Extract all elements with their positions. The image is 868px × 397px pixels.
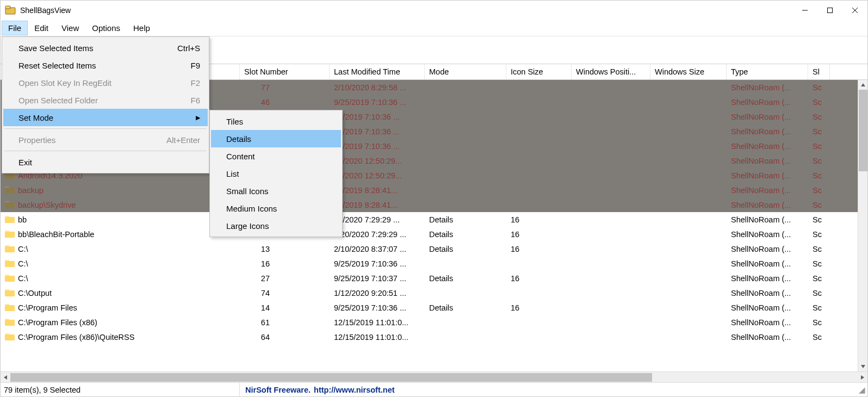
cell-icon: 16 bbox=[506, 300, 572, 315]
cell-wpos bbox=[572, 109, 650, 124]
col-type[interactable]: Type bbox=[727, 64, 808, 79]
cell-lmt: 4/20/2020 7:29:29 ... bbox=[330, 227, 425, 241]
menu-edit[interactable]: Edit bbox=[28, 21, 55, 35]
menu-separator bbox=[4, 128, 207, 129]
cell-slot: 13 bbox=[240, 241, 330, 256]
submenu-item-large-icons[interactable]: Large Icons bbox=[211, 217, 341, 234]
col-slot-key[interactable]: Sl bbox=[808, 64, 830, 79]
path-text: C:\ bbox=[18, 259, 28, 268]
submenu-item-label: Content bbox=[226, 152, 333, 161]
cell-lmt: 1/12/2020 9:20:51 ... bbox=[330, 286, 425, 300]
col-windows-size[interactable]: Windows Size bbox=[650, 64, 727, 79]
submenu-item-details[interactable]: Details bbox=[211, 130, 341, 147]
scroll-up-icon[interactable] bbox=[858, 80, 867, 90]
hscroll-thumb[interactable] bbox=[10, 373, 652, 382]
table-row[interactable]: C:\Program Files 14 9/25/2019 7:10:36 ..… bbox=[1, 300, 867, 315]
cell-wsize bbox=[650, 183, 727, 197]
submenu-item-list[interactable]: List bbox=[211, 165, 341, 182]
cell-type: ShellNoRoam (... bbox=[727, 256, 808, 271]
folder-icon bbox=[5, 230, 15, 238]
table-row[interactable]: backup\Skydrive 17/2019 8:28:41... Shell… bbox=[1, 197, 867, 212]
submenu-item-tiles[interactable]: Tiles bbox=[211, 113, 341, 130]
status-right: NirSoft Freeware. http://www.nirsoft.net bbox=[240, 386, 400, 394]
cell-sk: Sc bbox=[808, 256, 830, 271]
table-row[interactable]: C:\ 16 9/25/2019 7:10:36 ... ShellNoRoam… bbox=[1, 256, 867, 271]
scroll-thumb[interactable] bbox=[859, 90, 867, 171]
cell-sk: Sc bbox=[808, 109, 830, 124]
menu-item-exit[interactable]: Exit bbox=[3, 153, 208, 171]
table-row[interactable]: C:\Program Files (x86) 61 12/15/2019 11:… bbox=[1, 315, 867, 330]
cell-slot: 14 bbox=[240, 300, 330, 315]
cell-wpos bbox=[572, 330, 650, 344]
svg-rect-33 bbox=[5, 334, 15, 340]
folder-icon bbox=[5, 274, 15, 282]
menu-item-save-selected-items[interactable]: Save Selected ItemsCtrl+S bbox=[3, 39, 208, 57]
hscroll-track[interactable] bbox=[10, 372, 858, 382]
svg-rect-29 bbox=[5, 305, 15, 311]
col-icon-size[interactable]: Icon Size bbox=[506, 64, 572, 79]
close-button[interactable] bbox=[842, 1, 867, 20]
menu-file[interactable]: File bbox=[2, 21, 28, 35]
maximize-button[interactable] bbox=[817, 1, 842, 20]
cell-icon bbox=[506, 256, 572, 271]
cell-type: ShellNoRoam (... bbox=[727, 241, 808, 256]
col-mode[interactable]: Mode bbox=[425, 64, 506, 79]
cell-sk: Sc bbox=[808, 330, 830, 344]
titlebar: ShellBagsView bbox=[1, 1, 867, 20]
cell-path: C:\Program Files bbox=[1, 300, 240, 315]
cell-icon bbox=[506, 109, 572, 124]
vertical-scrollbar[interactable] bbox=[858, 80, 867, 371]
svg-rect-1 bbox=[5, 6, 10, 9]
menu-view[interactable]: View bbox=[55, 21, 85, 35]
table-row[interactable]: bb 20/2020 7:29:29 ... Details 16 ShellN… bbox=[1, 212, 867, 227]
cell-mode bbox=[425, 168, 506, 183]
submenu-item-content[interactable]: Content bbox=[211, 147, 341, 165]
app-icon bbox=[5, 5, 16, 15]
app-title: ShellBagsView bbox=[20, 6, 792, 15]
scroll-right-icon[interactable] bbox=[858, 372, 867, 382]
scroll-down-icon[interactable] bbox=[858, 362, 867, 371]
cell-type: ShellNoRoam (... bbox=[727, 168, 808, 183]
table-row[interactable]: C:\ 27 9/25/2019 7:10:37 ... Details 16 … bbox=[1, 271, 867, 286]
menu-item-set-mode[interactable]: Set Mode▶ bbox=[3, 109, 208, 126]
submenu-item-small-icons[interactable]: Small Icons bbox=[211, 182, 341, 200]
cell-slot: 64 bbox=[240, 330, 330, 344]
col-last-modified[interactable]: Last Modified Time bbox=[330, 64, 425, 79]
resize-grip-icon[interactable]: ◢ bbox=[859, 386, 865, 394]
cell-wpos bbox=[572, 227, 650, 241]
cell-path: C:\ bbox=[1, 256, 240, 271]
col-windows-position[interactable]: Windows Positi... bbox=[572, 64, 650, 79]
cell-path: backup bbox=[1, 183, 240, 197]
menu-item-shortcut: F9 bbox=[190, 61, 200, 70]
status-url[interactable]: http://www.nirsoft.net bbox=[314, 386, 394, 394]
cell-icon bbox=[506, 124, 572, 139]
table-row[interactable]: C:\Program Files (x86)\QuiteRSS 64 12/15… bbox=[1, 330, 867, 344]
cell-wpos bbox=[572, 300, 650, 315]
col-slot-number[interactable]: Slot Number bbox=[240, 64, 330, 79]
menu-item-reset-selected-items[interactable]: Reset Selected ItemsF9 bbox=[3, 57, 208, 74]
path-text: C:\Program Files (x86) bbox=[18, 318, 97, 327]
folder-icon bbox=[5, 259, 15, 268]
horizontal-scrollbar[interactable] bbox=[1, 371, 867, 382]
cell-icon bbox=[506, 330, 572, 344]
menu-item-label: Exit bbox=[18, 158, 200, 167]
scroll-left-icon[interactable] bbox=[1, 372, 10, 382]
cell-mode: Details bbox=[425, 227, 506, 241]
cell-wsize bbox=[650, 168, 727, 183]
menu-options[interactable]: Options bbox=[85, 21, 127, 35]
table-row[interactable]: bb\BleachBit-Portable 99 4/20/2020 7:29:… bbox=[1, 227, 867, 241]
table-row[interactable]: C:\Output 74 1/12/2020 9:20:51 ... Shell… bbox=[1, 286, 867, 300]
minimize-button[interactable] bbox=[792, 1, 817, 20]
cell-wsize bbox=[650, 212, 727, 227]
submenu-item-medium-icons[interactable]: Medium Icons bbox=[211, 200, 341, 217]
folder-icon bbox=[5, 201, 15, 209]
menu-help[interactable]: Help bbox=[127, 21, 157, 35]
cell-slot: 27 bbox=[240, 271, 330, 286]
cell-wsize bbox=[650, 153, 727, 168]
cell-type: ShellNoRoam (... bbox=[727, 153, 808, 168]
cell-mode bbox=[425, 256, 506, 271]
table-row[interactable]: backup 17/2019 8:28:41... ShellNoRoam (.… bbox=[1, 183, 867, 197]
table-row[interactable]: C:\ 13 2/10/2020 8:37:07 ... Details 16 … bbox=[1, 241, 867, 256]
submenu-item-label: Tiles bbox=[226, 117, 333, 126]
cell-sk: Sc bbox=[808, 80, 830, 95]
